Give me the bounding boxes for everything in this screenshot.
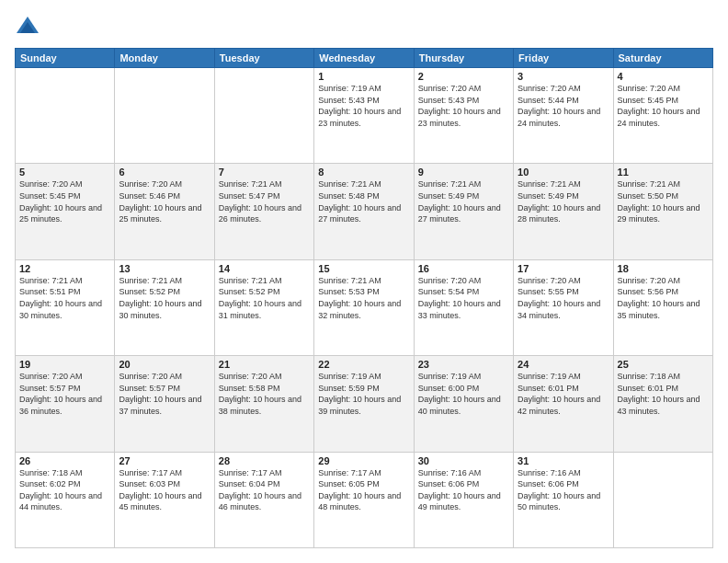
day-info: Sunrise: 7:20 AMSunset: 5:46 PMDaylight:… [119, 178, 210, 224]
calendar-cell: 16Sunrise: 7:20 AMSunset: 5:54 PMDayligh… [414, 259, 513, 355]
calendar-cell [214, 68, 313, 164]
day-number: 10 [518, 167, 609, 178]
day-number: 14 [219, 263, 310, 274]
day-info: Sunrise: 7:20 AMSunset: 5:44 PMDaylight:… [518, 83, 609, 129]
calendar-cell: 2Sunrise: 7:20 AMSunset: 5:43 PMDaylight… [414, 68, 513, 164]
calendar-cell: 8Sunrise: 7:21 AMSunset: 5:48 PMDaylight… [314, 164, 414, 259]
calendar-cell: 10Sunrise: 7:21 AMSunset: 5:49 PMDayligh… [514, 164, 613, 259]
calendar-cell: 19Sunrise: 7:20 AMSunset: 5:57 PMDayligh… [16, 356, 115, 452]
calendar-week-3: 12Sunrise: 7:21 AMSunset: 5:51 PMDayligh… [16, 259, 713, 355]
day-info: Sunrise: 7:21 AMSunset: 5:49 PMDaylight:… [418, 178, 509, 224]
calendar-cell [16, 68, 115, 164]
calendar-cell: 31Sunrise: 7:16 AMSunset: 6:06 PMDayligh… [514, 452, 613, 547]
day-info: Sunrise: 7:20 AMSunset: 5:55 PMDaylight:… [518, 275, 609, 321]
day-info: Sunrise: 7:21 AMSunset: 5:51 PMDaylight:… [19, 275, 110, 321]
calendar-cell: 21Sunrise: 7:20 AMSunset: 5:58 PMDayligh… [214, 356, 313, 452]
calendar-cell: 18Sunrise: 7:20 AMSunset: 5:56 PMDayligh… [613, 259, 712, 355]
day-number: 17 [518, 263, 609, 274]
day-info: Sunrise: 7:21 AMSunset: 5:48 PMDaylight:… [318, 178, 409, 224]
calendar-cell: 26Sunrise: 7:18 AMSunset: 6:02 PMDayligh… [16, 452, 115, 547]
calendar-cell: 17Sunrise: 7:20 AMSunset: 5:55 PMDayligh… [514, 259, 613, 355]
day-number: 28 [219, 455, 310, 466]
calendar-cell: 28Sunrise: 7:17 AMSunset: 6:04 PMDayligh… [214, 452, 313, 547]
calendar-cell: 23Sunrise: 7:19 AMSunset: 6:00 PMDayligh… [414, 356, 513, 452]
day-info: Sunrise: 7:21 AMSunset: 5:50 PMDaylight:… [618, 178, 709, 224]
calendar-table: SundayMondayTuesdayWednesdayThursdayFrid… [15, 48, 713, 548]
day-info: Sunrise: 7:21 AMSunset: 5:53 PMDaylight:… [318, 275, 409, 321]
weekday-header-saturday: Saturday [613, 49, 712, 68]
calendar-cell: 7Sunrise: 7:21 AMSunset: 5:47 PMDaylight… [214, 164, 313, 259]
calendar-cell: 14Sunrise: 7:21 AMSunset: 5:52 PMDayligh… [214, 259, 313, 355]
calendar-week-5: 26Sunrise: 7:18 AMSunset: 6:02 PMDayligh… [16, 452, 713, 547]
calendar-cell: 3Sunrise: 7:20 AMSunset: 5:44 PMDaylight… [514, 68, 613, 164]
day-number: 1 [318, 71, 409, 82]
day-info: Sunrise: 7:19 AMSunset: 5:43 PMDaylight:… [318, 83, 409, 129]
day-info: Sunrise: 7:18 AMSunset: 6:01 PMDaylight:… [618, 371, 709, 417]
day-number: 22 [318, 359, 409, 370]
weekday-header-tuesday: Tuesday [214, 49, 313, 68]
day-number: 19 [19, 359, 110, 370]
day-info: Sunrise: 7:21 AMSunset: 5:52 PMDaylight:… [119, 275, 210, 321]
calendar-cell: 1Sunrise: 7:19 AMSunset: 5:43 PMDaylight… [314, 68, 414, 164]
day-number: 5 [19, 167, 110, 178]
calendar-cell [115, 68, 214, 164]
day-number: 30 [418, 455, 509, 466]
logo [15, 15, 44, 40]
calendar-cell: 6Sunrise: 7:20 AMSunset: 5:46 PMDaylight… [115, 164, 214, 259]
weekday-header-sunday: Sunday [16, 49, 115, 68]
calendar-cell: 20Sunrise: 7:20 AMSunset: 5:57 PMDayligh… [115, 356, 214, 452]
day-number: 29 [318, 455, 409, 466]
weekday-header-row: SundayMondayTuesdayWednesdayThursdayFrid… [16, 49, 713, 68]
day-number: 8 [318, 167, 409, 178]
day-number: 4 [618, 71, 709, 82]
day-number: 7 [219, 167, 310, 178]
weekday-header-friday: Friday [514, 49, 613, 68]
day-info: Sunrise: 7:21 AMSunset: 5:47 PMDaylight:… [219, 178, 310, 224]
day-number: 16 [418, 263, 509, 274]
day-info: Sunrise: 7:20 AMSunset: 5:57 PMDaylight:… [119, 371, 210, 417]
weekday-header-wednesday: Wednesday [314, 49, 414, 68]
day-number: 15 [318, 263, 409, 274]
day-number: 9 [418, 167, 509, 178]
day-number: 12 [19, 263, 110, 274]
day-info: Sunrise: 7:20 AMSunset: 5:57 PMDaylight:… [19, 371, 110, 417]
calendar-cell: 11Sunrise: 7:21 AMSunset: 5:50 PMDayligh… [613, 164, 712, 259]
calendar-cell: 15Sunrise: 7:21 AMSunset: 5:53 PMDayligh… [314, 259, 414, 355]
day-info: Sunrise: 7:20 AMSunset: 5:54 PMDaylight:… [418, 275, 509, 321]
day-info: Sunrise: 7:20 AMSunset: 5:56 PMDaylight:… [618, 275, 709, 321]
day-number: 31 [518, 455, 609, 466]
day-info: Sunrise: 7:21 AMSunset: 5:52 PMDaylight:… [219, 275, 310, 321]
calendar-week-1: 1Sunrise: 7:19 AMSunset: 5:43 PMDaylight… [16, 68, 713, 164]
day-info: Sunrise: 7:20 AMSunset: 5:43 PMDaylight:… [418, 83, 509, 129]
day-number: 26 [19, 455, 110, 466]
day-info: Sunrise: 7:17 AMSunset: 6:04 PMDaylight:… [219, 467, 310, 513]
day-number: 6 [119, 167, 210, 178]
calendar-cell: 27Sunrise: 7:17 AMSunset: 6:03 PMDayligh… [115, 452, 214, 547]
day-info: Sunrise: 7:20 AMSunset: 5:58 PMDaylight:… [219, 371, 310, 417]
day-info: Sunrise: 7:17 AMSunset: 6:05 PMDaylight:… [318, 467, 409, 513]
day-info: Sunrise: 7:19 AMSunset: 6:00 PMDaylight:… [418, 371, 509, 417]
calendar-cell: 4Sunrise: 7:20 AMSunset: 5:45 PMDaylight… [613, 68, 712, 164]
day-info: Sunrise: 7:17 AMSunset: 6:03 PMDaylight:… [119, 467, 210, 513]
header [15, 15, 713, 40]
calendar-week-2: 5Sunrise: 7:20 AMSunset: 5:45 PMDaylight… [16, 164, 713, 259]
page: SundayMondayTuesdayWednesdayThursdayFrid… [0, 0, 728, 563]
day-number: 3 [518, 71, 609, 82]
day-info: Sunrise: 7:21 AMSunset: 5:49 PMDaylight:… [518, 178, 609, 224]
calendar-cell: 5Sunrise: 7:20 AMSunset: 5:45 PMDaylight… [16, 164, 115, 259]
weekday-header-thursday: Thursday [414, 49, 513, 68]
calendar-cell: 12Sunrise: 7:21 AMSunset: 5:51 PMDayligh… [16, 259, 115, 355]
day-info: Sunrise: 7:19 AMSunset: 5:59 PMDaylight:… [318, 371, 409, 417]
day-number: 25 [618, 359, 709, 370]
day-number: 20 [119, 359, 210, 370]
day-number: 27 [119, 455, 210, 466]
day-number: 18 [618, 263, 709, 274]
day-info: Sunrise: 7:20 AMSunset: 5:45 PMDaylight:… [618, 83, 709, 129]
weekday-header-monday: Monday [115, 49, 214, 68]
day-info: Sunrise: 7:18 AMSunset: 6:02 PMDaylight:… [19, 467, 110, 513]
day-info: Sunrise: 7:20 AMSunset: 5:45 PMDaylight:… [19, 178, 110, 224]
day-number: 13 [119, 263, 210, 274]
day-number: 23 [418, 359, 509, 370]
calendar-week-4: 19Sunrise: 7:20 AMSunset: 5:57 PMDayligh… [16, 356, 713, 452]
logo-icon [15, 15, 40, 40]
